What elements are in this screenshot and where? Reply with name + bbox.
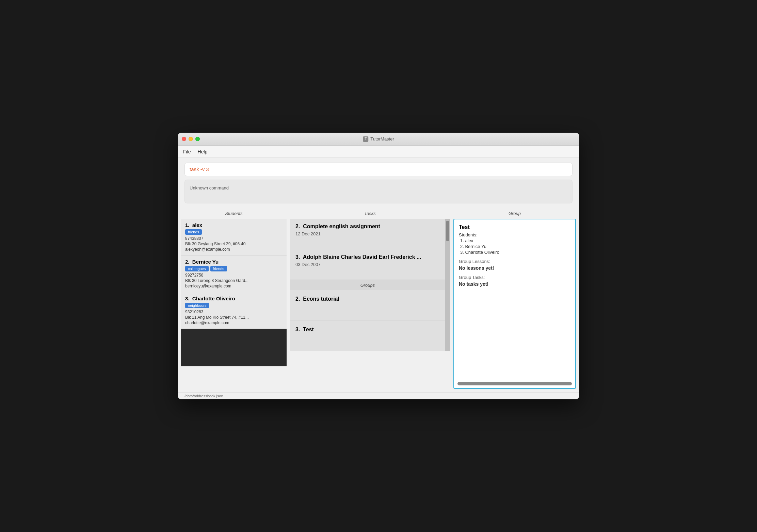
group-students-label: Students:: [459, 232, 570, 237]
group-name: 3. Test: [295, 327, 440, 333]
tag-row: friends: [185, 229, 283, 235]
tasks-scrollbar[interactable]: [445, 219, 450, 351]
app-icon: T: [363, 136, 368, 142]
students-header: Students: [181, 208, 287, 219]
student-name: 1. alex: [185, 222, 283, 228]
menu-help[interactable]: Help: [198, 149, 208, 154]
student-name: 2. Bernice Yu: [185, 259, 283, 265]
group-lessons-label: Group Lessons:: [459, 259, 570, 264]
minimize-button[interactable]: [189, 137, 193, 141]
tag-friends: friends: [210, 266, 227, 271]
group-name: 2. Econs tutorial: [295, 296, 440, 302]
group-tasks-label: Group Tasks:: [459, 275, 570, 280]
output-box: Unknown command: [184, 180, 573, 203]
tag-row: neighbours: [185, 303, 283, 308]
task-item[interactable]: 3. Adolph Blaine Charles David Earl Fred…: [290, 249, 445, 280]
student-phone: 93210283: [185, 310, 283, 314]
group-item[interactable]: 3. Test: [290, 320, 445, 351]
group-detail-header: Group: [453, 208, 576, 219]
close-button[interactable]: [182, 137, 186, 141]
student-email: charlotte@example.com: [185, 320, 283, 325]
output-text: Unknown command: [190, 185, 229, 190]
student-name: 3. Charlotte Oliveiro: [185, 296, 283, 301]
student-item[interactable]: 1. alex friends 87438807 Blk 30 Geylang …: [181, 219, 287, 255]
group-student-2: 2. Bernice Yu: [460, 244, 570, 249]
group-panel-title: Test: [459, 224, 570, 230]
task-item[interactable]: 2. Complete english assignment 12 Dec 20…: [290, 219, 445, 249]
tag-row: colleagues friends: [185, 266, 283, 271]
student-phone: 99272758: [185, 273, 283, 278]
group-panel-scrollbar[interactable]: [457, 382, 572, 385]
tasks-wrapper: 2. Complete english assignment 12 Dec 20…: [290, 219, 450, 351]
dark-area: [181, 329, 287, 366]
tasks-list: 2. Complete english assignment 12 Dec 20…: [290, 219, 445, 351]
footer: /data/addressbook.json: [178, 392, 579, 399]
scrollbar-thumb: [446, 221, 449, 241]
group-lessons-value: No lessons yet!: [459, 265, 570, 271]
students-list: 1. alex friends 87438807 Blk 30 Geylang …: [181, 219, 287, 366]
task-name: 2. Complete english assignment: [295, 223, 440, 230]
maximize-button[interactable]: [195, 137, 200, 141]
task-name: 3. Adolph Blaine Charles David Earl Fred…: [295, 254, 440, 260]
titlebar: T TutorMaster: [178, 133, 579, 146]
task-date: 12 Dec 2021: [295, 231, 440, 236]
tag-friends: friends: [185, 229, 202, 235]
group-student-3: 3. Charlotte Oliveiro: [460, 250, 570, 255]
group-detail-column: Group Test Students: 1. alex 2. Bernice …: [453, 208, 576, 389]
traffic-lights: [182, 137, 200, 141]
group-tasks-value: No tasks yet!: [459, 281, 570, 287]
group-item[interactable]: 2. Econs tutorial: [290, 290, 445, 320]
group-panel: Test Students: 1. alex 2. Bernice Yu 3. …: [453, 219, 576, 389]
group-student-1: 1. alex: [460, 238, 570, 243]
footer-path: /data/addressbook.json: [184, 394, 223, 398]
tasks-column: Tasks 2. Complete english assignment 12 …: [290, 208, 450, 389]
app-window: T TutorMaster File Help task -v 3 Unknow…: [178, 133, 579, 399]
columns-wrapper: Students 1. alex friends 87438807 Blk 30…: [178, 208, 579, 392]
student-address: Blk 30 Lorong 3 Serangoon Gard...: [185, 278, 283, 283]
student-email: alexyeoh@example.com: [185, 247, 283, 252]
tag-colleagues: colleagues: [185, 266, 209, 271]
groups-section-label: Groups: [290, 280, 445, 290]
task-date: 03 Dec 2007: [295, 262, 440, 267]
student-item[interactable]: 2. Bernice Yu colleagues friends 9927275…: [181, 255, 287, 292]
student-phone: 87438807: [185, 236, 283, 241]
tasks-header: Tasks: [290, 208, 450, 219]
student-item[interactable]: 3. Charlotte Oliveiro neighbours 9321028…: [181, 292, 287, 329]
student-email: berniceyu@example.com: [185, 284, 283, 288]
command-input-box: task -v 3: [184, 163, 573, 176]
tag-neighbours: neighbours: [185, 303, 209, 308]
student-address: Blk 11 Ang Mo Kio Street 74, #11...: [185, 315, 283, 320]
menu-file[interactable]: File: [183, 149, 191, 154]
window-title: T TutorMaster: [363, 136, 394, 142]
students-column: Students 1. alex friends 87438807 Blk 30…: [181, 208, 287, 389]
menubar: File Help: [178, 146, 579, 158]
command-area: task -v 3 Unknown command: [178, 158, 579, 208]
command-input-text: task -v 3: [190, 166, 209, 172]
student-address: Blk 30 Geylang Street 29, #06-40: [185, 242, 283, 246]
